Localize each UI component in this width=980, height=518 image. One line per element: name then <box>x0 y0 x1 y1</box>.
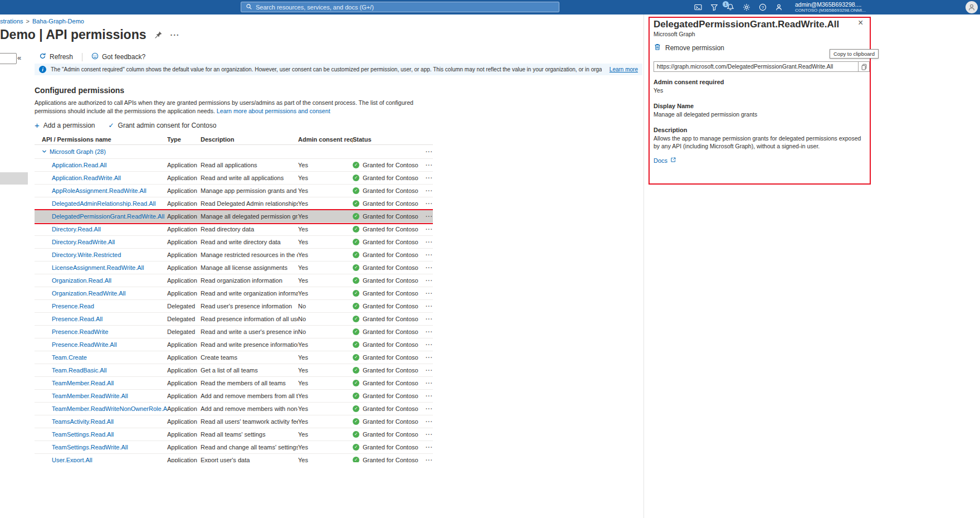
permission-name-link[interactable]: Directory.ReadWrite.All <box>52 239 115 245</box>
permission-name-link[interactable]: Directory.Read.All <box>52 226 101 233</box>
breadcrumb-app[interactable]: Baha-Graph-Demo <box>32 18 84 25</box>
table-row[interactable]: Team.ReadBasic.All Application Get a lis… <box>35 364 433 377</box>
api-group-toggle[interactable]: Microsoft Graph (28) <box>35 148 160 155</box>
row-more-icon[interactable]: ··· <box>418 214 433 220</box>
row-more-icon[interactable]: ··· <box>418 265 433 271</box>
row-more-icon[interactable]: ··· <box>418 278 433 284</box>
permission-name-link[interactable]: User.Export.All <box>52 457 92 462</box>
permission-name-link[interactable]: Application.Read.All <box>52 162 106 168</box>
refresh-button[interactable]: Refresh <box>39 52 73 61</box>
table-row[interactable]: Application.ReadWrite.All Application Re… <box>35 172 433 185</box>
permission-name-link[interactable]: Team.Create <box>52 354 87 361</box>
col-header-admin-consent[interactable]: Admin consent req... <box>298 136 353 143</box>
table-row[interactable]: Presence.Read Delegated Read user's pres… <box>35 300 433 313</box>
col-header-type[interactable]: Type <box>167 136 201 143</box>
table-row[interactable]: LicenseAssignment.ReadWrite.All Applicat… <box>35 262 433 274</box>
row-more-icon[interactable]: ··· <box>418 406 433 412</box>
grant-admin-consent-button[interactable]: ✓ Grant admin consent for Contoso <box>108 122 216 129</box>
permission-name-link[interactable]: Presence.Read <box>52 303 94 309</box>
settings-gear-icon[interactable] <box>742 3 750 12</box>
table-row[interactable]: Presence.ReadWrite Delegated Read and wr… <box>35 326 433 338</box>
row-more-icon[interactable]: ··· <box>418 355 433 361</box>
row-more-icon[interactable]: ··· <box>418 316 433 322</box>
row-more-icon[interactable]: ··· <box>418 432 433 438</box>
col-header-status[interactable]: Status <box>353 136 418 143</box>
permission-name-link[interactable]: TeamsActivity.Read.All <box>52 418 114 425</box>
permission-name-link[interactable]: Application.ReadWrite.All <box>52 175 121 181</box>
table-row[interactable]: User.Export.All Application Export user'… <box>35 454 433 462</box>
copy-button[interactable] <box>858 62 869 71</box>
permission-name-link[interactable]: TeamMember.ReadWrite.All <box>52 393 128 399</box>
group-more-icon[interactable]: ··· <box>418 149 433 155</box>
blade-menu-search-input[interactable] <box>0 53 17 64</box>
permission-name-link[interactable]: Team.ReadBasic.All <box>52 367 106 374</box>
table-row[interactable]: Directory.Write.Restricted Application M… <box>35 249 433 262</box>
table-row[interactable]: Organization.Read.All Application Read o… <box>35 274 433 287</box>
cloud-shell-icon[interactable] <box>694 3 702 12</box>
row-more-icon[interactable]: ··· <box>418 329 433 335</box>
permission-name-link[interactable]: TeamSettings.Read.All <box>52 431 114 438</box>
table-row[interactable]: Directory.ReadWrite.All Application Read… <box>35 236 433 249</box>
row-more-icon[interactable]: ··· <box>418 342 433 348</box>
row-more-icon[interactable]: ··· <box>418 303 433 309</box>
row-more-icon[interactable]: ··· <box>418 457 433 463</box>
table-row[interactable]: TeamMember.Read.All Application Read the… <box>35 377 433 390</box>
row-more-icon[interactable]: ··· <box>418 419 433 425</box>
banner-learn-more-link[interactable]: Learn more <box>610 66 638 72</box>
table-row[interactable]: Directory.Read.All Application Read dire… <box>35 223 433 236</box>
permission-name-link[interactable]: Presence.ReadWrite <box>52 328 108 335</box>
docs-link[interactable]: Docs <box>654 157 676 164</box>
sidebar-item-api-permissions[interactable] <box>0 172 28 185</box>
row-more-icon[interactable]: ··· <box>418 380 433 386</box>
table-row[interactable]: Presence.Read.All Delegated Read presenc… <box>35 313 433 326</box>
col-header-description[interactable]: Description <box>201 136 298 143</box>
row-more-icon[interactable]: ··· <box>418 291 433 297</box>
pin-icon[interactable] <box>154 27 163 42</box>
row-more-icon[interactable]: ··· <box>418 188 433 194</box>
table-row[interactable]: Team.Create Application Create teams Yes… <box>35 351 433 364</box>
global-search-input[interactable] <box>256 4 554 11</box>
row-more-icon[interactable]: ··· <box>418 226 433 233</box>
help-icon[interactable]: ? <box>758 3 767 12</box>
notifications-icon[interactable]: 1 <box>726 3 734 12</box>
permission-name-link[interactable]: Presence.ReadWrite.All <box>52 341 117 348</box>
col-header-name[interactable]: API / Permissions name <box>35 136 167 143</box>
permission-name-link[interactable]: TeamSettings.ReadWrite.All <box>52 444 128 451</box>
row-more-icon[interactable]: ··· <box>418 175 433 181</box>
permission-name-link[interactable]: TeamMember.ReadWriteNonOwnerRole.All <box>52 405 167 412</box>
title-more-icon[interactable]: ··· <box>170 31 180 40</box>
permissions-consent-link[interactable]: Learn more about permissions and consent <box>217 108 330 114</box>
permission-name-link[interactable]: Organization.ReadWrite.All <box>52 290 125 297</box>
row-more-icon[interactable]: ··· <box>418 367 433 374</box>
feedback-button[interactable]: Got feedback? <box>91 52 145 61</box>
table-row[interactable]: TeamMember.ReadWriteNonOwnerRole.All App… <box>35 403 433 415</box>
feedback-icon[interactable] <box>774 3 783 12</box>
add-permission-button[interactable]: + Add a permission <box>35 122 95 129</box>
table-row[interactable]: DelegatedPermissionGrant.ReadWrite.All A… <box>35 210 433 223</box>
avatar[interactable] <box>966 1 978 13</box>
breadcrumb-app-registrations[interactable]: strations <box>0 18 23 25</box>
table-row[interactable]: TeamMember.ReadWrite.All Application Add… <box>35 390 433 403</box>
table-row[interactable]: AppRoleAssignment.ReadWrite.All Applicat… <box>35 185 433 197</box>
row-more-icon[interactable]: ··· <box>418 444 433 451</box>
permission-name-link[interactable]: Directory.Write.Restricted <box>52 251 121 258</box>
remove-permission-button[interactable]: Remove permission <box>654 43 724 52</box>
permission-name-link[interactable]: Presence.Read.All <box>52 316 103 322</box>
permission-url-text[interactable]: https://graph.microsoft.com/DelegatedPer… <box>654 62 858 71</box>
table-row[interactable]: TeamsActivity.Read.All Application Read … <box>35 415 433 428</box>
table-row[interactable]: TeamSettings.Read.All Application Read a… <box>35 428 433 441</box>
table-row[interactable]: Application.Read.All Application Read al… <box>35 159 433 172</box>
collapse-menu-icon[interactable]: « <box>17 54 21 62</box>
permission-name-link[interactable]: DelegatedPermissionGrant.ReadWrite.All <box>52 213 164 220</box>
table-row[interactable]: DelegatedAdminRelationship.Read.All Appl… <box>35 197 433 210</box>
account-menu[interactable]: admin@M365B693298.... CONTOSO (M365B6932… <box>795 2 866 13</box>
permission-name-link[interactable]: LicenseAssignment.ReadWrite.All <box>52 264 144 271</box>
row-more-icon[interactable]: ··· <box>418 393 433 399</box>
table-row[interactable]: TeamSettings.ReadWrite.All Application R… <box>35 441 433 454</box>
row-more-icon[interactable]: ··· <box>418 201 433 207</box>
permission-name-link[interactable]: AppRoleAssignment.ReadWrite.All <box>52 187 147 194</box>
row-more-icon[interactable]: ··· <box>418 162 433 168</box>
close-icon[interactable]: × <box>858 18 863 28</box>
permission-name-link[interactable]: TeamMember.Read.All <box>52 380 114 386</box>
table-row[interactable]: Organization.ReadWrite.All Application R… <box>35 287 433 300</box>
